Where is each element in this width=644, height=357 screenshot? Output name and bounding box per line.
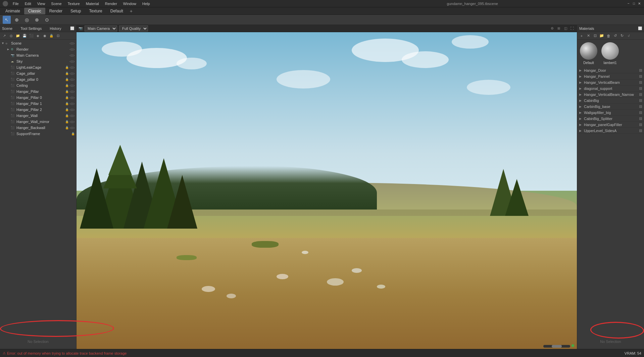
- tab-classic[interactable]: Classic: [24, 8, 45, 14]
- scene-tool-6[interactable]: ◈: [35, 33, 41, 39]
- quality-select[interactable]: Full Quality Draft Preview: [119, 25, 148, 32]
- rotate-tool-button[interactable]: ⊙: [43, 16, 51, 24]
- transform-tool-button[interactable]: ⊕: [13, 16, 21, 24]
- mat-remove-button[interactable]: ✕: [585, 33, 591, 39]
- mat-folder-button[interactable]: 📁: [599, 33, 605, 39]
- tree-item-render[interactable]: ► ⚙ Render 🔒 ◁ ▷: [0, 46, 76, 52]
- tree-item-hanger-backwall[interactable]: ⬛ Hanger_Backwall 🔒 ◁ ▷: [0, 125, 76, 131]
- scene-tool-9[interactable]: ⊡: [55, 33, 61, 39]
- viewport-fullscreen-button[interactable]: ⛶: [569, 26, 575, 31]
- tree-item-cage-pillar-0[interactable]: ⬛ Cage_pillar 0 🔒 ◁ ▷: [0, 76, 76, 82]
- tab-animate[interactable]: Animate: [1, 8, 24, 14]
- materials-expand-icon[interactable]: ⬜: [638, 26, 642, 30]
- tree-item-hangar-pillar-0[interactable]: ⬛ Hangar_Pillar 0 🔒 ◁ ▷: [0, 95, 76, 101]
- mat-assign-3[interactable]: [639, 81, 642, 84]
- mat-assign-11[interactable]: [639, 129, 642, 132]
- history-title[interactable]: History: [50, 26, 61, 31]
- mat-item-cabinbig[interactable]: ▶ CabinBig: [577, 98, 644, 104]
- scene-tool-7[interactable]: ◉: [42, 33, 48, 39]
- tree-item-lightleak[interactable]: ⬛ LightLeakCage 🔒 ◁ ▷: [0, 64, 76, 70]
- mat-add-button[interactable]: +: [579, 33, 585, 39]
- close-button[interactable]: ✕: [637, 2, 641, 6]
- menu-material[interactable]: Material: [83, 1, 102, 6]
- mat-item-carbinbig-base[interactable]: ▶ CarbinBig_base: [577, 104, 644, 110]
- tree-item-hangar-pillar-1[interactable]: ⬛ Hangar_Pillar 1 🔒 ◁ ▷: [0, 101, 76, 107]
- mat-duplicate-button[interactable]: ⊡: [592, 33, 598, 39]
- tree-item-hanger-wall[interactable]: ⬛ Hanger_Wall 🔒 ◁ ▷: [0, 113, 76, 119]
- tab-setup[interactable]: Setup: [66, 8, 85, 14]
- mat-delete-button[interactable]: 🗑: [605, 33, 611, 39]
- menu-scene[interactable]: Scene: [48, 1, 64, 6]
- window-title: gundamn_hanger_095.tbscene: [318, 2, 627, 6]
- tree-item-hangar-pillar-2[interactable]: ⬛ Hangar_Pillar 2 🔒 ◁ ▷: [0, 107, 76, 113]
- tree-item-scene[interactable]: ▼ ○ Scene ◁ ▷: [0, 40, 76, 46]
- scene-tool-5[interactable]: ⬛: [28, 33, 34, 39]
- mat-assign-4[interactable]: [639, 87, 642, 90]
- tree-item-support-frame[interactable]: ⬛ SupportFrame 🔒: [0, 131, 76, 137]
- swatch-ball-lambert[interactable]: [601, 42, 619, 60]
- mat-item-wallgapfiller[interactable]: ▶ Wallgapfiller_big: [577, 110, 644, 116]
- error-icon: ⚠: [3, 351, 6, 355]
- mat-redo-button[interactable]: ↻: [619, 33, 625, 39]
- mat-item-hangar-vbeam[interactable]: ▶ Hangar_VerticalBeam: [577, 79, 644, 85]
- scene-tool-save[interactable]: 💾: [21, 33, 28, 39]
- tree-item-hanger-wall-mirror[interactable]: ⬛ Hanger_Wall_mirror 🔒 ◁ ▷: [0, 119, 76, 125]
- tab-texture[interactable]: Texture: [85, 8, 106, 14]
- mat-undo-button[interactable]: ↺: [612, 33, 618, 39]
- mat-item-hangar-pannel[interactable]: ▶ Hangar_Pannel: [577, 73, 644, 79]
- mat-assign-button[interactable]: -/: [626, 33, 632, 39]
- swatch-default[interactable]: Default: [580, 42, 597, 65]
- menu-help[interactable]: Help: [140, 1, 153, 6]
- mat-assign-10[interactable]: [639, 123, 642, 126]
- viewport-grid-button[interactable]: ⊞: [556, 26, 561, 31]
- tree-item-hangar-pillar[interactable]: ⬛ Hangar_Pillar 🔒 ◁ ▷: [0, 88, 76, 95]
- viewport-settings-button[interactable]: ⚙: [549, 26, 555, 31]
- tab-add-button[interactable]: +: [127, 7, 135, 15]
- viewport-split-button[interactable]: ◫: [563, 26, 568, 31]
- menu-view[interactable]: View: [35, 1, 48, 6]
- orbit-tool-button[interactable]: ◎: [23, 16, 31, 24]
- mat-item-panel-gapfiller[interactable]: ▶ Hangar_panelGapFiller: [577, 122, 644, 128]
- menu-texture[interactable]: Texture: [65, 1, 83, 6]
- scene-expand-icon[interactable]: ⬜: [70, 26, 74, 30]
- menu-file[interactable]: File: [10, 1, 21, 6]
- mat-item-cabinbig-splitter[interactable]: ▶ CabinBig_Splitter: [577, 116, 644, 122]
- viewport-scrollbar-thumb[interactable]: [552, 345, 562, 348]
- tab-render[interactable]: Render: [45, 8, 66, 14]
- mat-item-diagonal[interactable]: ▶ diagonal_support: [577, 85, 644, 92]
- mat-assign-7[interactable]: [639, 105, 642, 108]
- scene-tool-folder[interactable]: 📁: [15, 33, 21, 39]
- mat-assign-8[interactable]: [639, 111, 642, 114]
- tree-item-cage-pillar[interactable]: ⬛ Cage_pillar 🔒 ◁ ▷: [0, 70, 76, 76]
- tree-expand-render: ►: [7, 48, 11, 51]
- camera-select[interactable]: Main Camera Perspective Top Front: [85, 25, 117, 32]
- swatch-ball-default[interactable]: [580, 42, 597, 60]
- mat-assign-2[interactable]: [639, 75, 642, 78]
- tab-default[interactable]: Default: [106, 8, 127, 14]
- maximize-button[interactable]: □: [632, 2, 636, 6]
- mat-assign-6[interactable]: [639, 99, 642, 102]
- menu-edit[interactable]: Edit: [22, 1, 34, 6]
- viewport-scrollbar[interactable]: [543, 345, 570, 348]
- tree-item-main-camera[interactable]: 📷 Main Camera 🔒 ◁ ▷: [0, 52, 76, 58]
- mat-assign-9[interactable]: [639, 117, 642, 120]
- scene-tool-8[interactable]: 🔒: [48, 33, 54, 39]
- mat-assign-5[interactable]: [639, 93, 642, 96]
- mat-item-hangar-door[interactable]: ▶ Hangar_Door: [577, 67, 644, 73]
- tree-item-ceiling[interactable]: ⬛ Ceiling 🔒 ◁ ▷: [0, 82, 76, 88]
- select-tool-button[interactable]: ↖: [3, 16, 11, 24]
- tree-item-sky[interactable]: ☁ Sky 🔒 ◁ ▷: [0, 58, 76, 64]
- scale-tool-button[interactable]: ⊗: [33, 16, 41, 24]
- viewport-canvas[interactable]: [77, 32, 577, 349]
- menu-window[interactable]: Window: [120, 1, 139, 6]
- menu-render[interactable]: Render: [102, 1, 120, 6]
- mat-item-upperlevel-sidesa[interactable]: ▶ UpperLevel_SidesA: [577, 128, 644, 134]
- minimize-button[interactable]: −: [627, 2, 631, 6]
- tool-settings-title[interactable]: Tool Settings: [20, 26, 42, 31]
- mat-assign-1[interactable]: [639, 69, 642, 72]
- mat-item-hangar-vbeam-narrow[interactable]: ▶ Hangar_VerticalBeam_Narrow: [577, 92, 644, 98]
- swatch-lambert1[interactable]: lambert1: [601, 42, 619, 65]
- scene-tool-1[interactable]: ↗: [1, 33, 7, 39]
- scene-tool-2[interactable]: ◎: [8, 33, 14, 39]
- materials-panel: Materials ⬜ + ✕ ⊡ 📁 🗑 ↺ ↻ -/ Default lam…: [577, 25, 644, 349]
